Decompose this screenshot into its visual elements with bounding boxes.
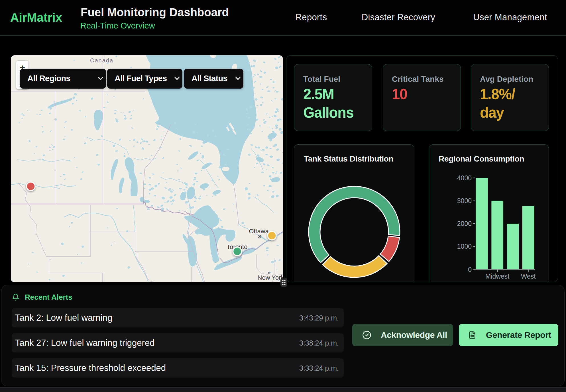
svg-text:New York: New York [258,274,283,281]
svg-text:3000: 3000 [457,197,472,205]
svg-text:Canada: Canada [90,57,113,64]
svg-text:4000: 4000 [457,174,472,182]
svg-text:0: 0 [468,266,472,273]
svg-text:Ottawa: Ottawa [249,228,269,235]
svg-text:2000: 2000 [457,220,472,227]
svg-text:West: West [521,273,536,280]
svg-text:Midwest: Midwest [485,273,510,280]
svg-text:1000: 1000 [457,243,472,250]
